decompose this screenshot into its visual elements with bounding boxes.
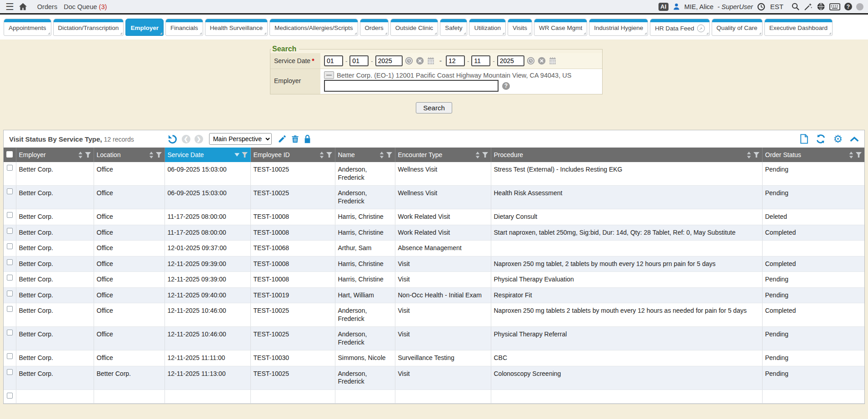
- service-date-from-year[interactable]: [375, 55, 403, 66]
- employer-selected-value[interactable]: Better Corp. (EO-1) 12001 Pacific Coast …: [337, 72, 571, 79]
- row-checkbox[interactable]: [7, 393, 13, 399]
- sort-icon[interactable]: [319, 152, 324, 158]
- row-checkbox[interactable]: [7, 330, 13, 335]
- filter-icon[interactable]: [156, 152, 162, 158]
- globe-icon[interactable]: [817, 2, 825, 11]
- edit-icon[interactable]: [278, 134, 287, 143]
- row-checkbox[interactable]: [7, 212, 13, 218]
- tab-dictation-transcription[interactable]: Dictation/Transcription: [53, 19, 124, 36]
- tab-visits[interactable]: Visits: [508, 19, 532, 36]
- sort-icon[interactable]: [849, 152, 853, 158]
- tab-utilization[interactable]: Utilization: [469, 19, 506, 36]
- tab-executive-dashboard[interactable]: Executive Dashboard: [764, 19, 833, 36]
- breadcrumb-doc-queue[interactable]: Doc Queue (3): [64, 3, 107, 10]
- tab-health-surveillance[interactable]: Health Surveillance: [205, 19, 268, 36]
- column-header-name[interactable]: Name: [335, 148, 395, 162]
- clear-icon[interactable]: [538, 57, 546, 65]
- tab-label: Visits: [513, 25, 527, 31]
- search-icon[interactable]: [791, 2, 800, 11]
- collapse-button[interactable]: —: [324, 71, 334, 79]
- filter-icon[interactable]: [326, 152, 332, 158]
- column-header-encounter-type[interactable]: Encounter Type: [395, 148, 491, 162]
- row-checkbox[interactable]: [7, 291, 13, 296]
- calendar-icon[interactable]: [549, 57, 557, 65]
- row-checkbox[interactable]: [7, 243, 13, 249]
- tab-medications-allergies-scripts[interactable]: Medications/Allergies/Scripts: [269, 19, 358, 36]
- filter-icon[interactable]: [242, 152, 248, 158]
- select-all-checkbox[interactable]: [6, 151, 13, 158]
- employer-search-input[interactable]: [324, 80, 499, 92]
- wand-icon[interactable]: [804, 2, 813, 11]
- employer-help-icon[interactable]: ?: [502, 82, 510, 90]
- column-header-procedure[interactable]: Procedure: [491, 148, 762, 162]
- tab-label: Appointments: [9, 25, 46, 31]
- filter-icon[interactable]: [386, 152, 392, 158]
- row-checkbox[interactable]: [7, 228, 13, 234]
- column-header-location[interactable]: Location: [94, 148, 165, 162]
- clock-icon[interactable]: [405, 57, 413, 65]
- settings-icon[interactable]: ⚙: [833, 134, 843, 144]
- row-checkbox[interactable]: [7, 259, 13, 265]
- help-icon[interactable]: ?: [844, 3, 852, 10]
- column-header-service-date[interactable]: Service Date: [165, 148, 250, 162]
- service-date-to-day[interactable]: [471, 55, 490, 66]
- row-checkbox[interactable]: [7, 165, 13, 171]
- cell-location: Office: [94, 256, 165, 272]
- service-date-to-month[interactable]: [446, 55, 465, 66]
- collapse-icon[interactable]: [850, 136, 859, 142]
- delete-icon[interactable]: [291, 134, 299, 143]
- row-checkbox[interactable]: [7, 353, 13, 359]
- filter-icon[interactable]: [856, 152, 862, 158]
- filter-icon[interactable]: [753, 152, 759, 158]
- row-checkbox[interactable]: [7, 369, 13, 375]
- tab-financials[interactable]: Financials: [165, 19, 203, 36]
- tab-appointments[interactable]: Appointments: [4, 19, 51, 36]
- tab-orders[interactable]: Orders: [360, 19, 389, 36]
- clear-icon[interactable]: [416, 57, 424, 65]
- tab-hr-data-feed[interactable]: HR Data Feed↗: [650, 19, 709, 36]
- ai-badge[interactable]: AI: [658, 3, 668, 11]
- menu-icon[interactable]: ☰: [5, 2, 14, 11]
- service-date-from-day[interactable]: [349, 55, 369, 66]
- filter-icon[interactable]: [482, 152, 488, 158]
- sort-desc-icon[interactable]: [234, 153, 239, 157]
- user-icon[interactable]: [673, 3, 680, 10]
- tab-outside-clinic[interactable]: Outside Clinic: [390, 19, 438, 36]
- clock-icon[interactable]: [757, 3, 765, 11]
- clock-icon[interactable]: [527, 57, 535, 65]
- tab-industrial-hygiene[interactable]: Industrial Hygiene: [589, 19, 648, 36]
- calendar-icon[interactable]: [427, 57, 435, 65]
- sort-icon[interactable]: [149, 152, 154, 158]
- service-date-from-month[interactable]: [324, 55, 343, 66]
- sort-icon[interactable]: [747, 152, 751, 158]
- service-date-to-year[interactable]: [497, 55, 524, 66]
- perspective-select[interactable]: Main Perspective: [209, 133, 272, 145]
- sort-icon[interactable]: [379, 152, 384, 158]
- lock-icon[interactable]: [304, 134, 311, 143]
- column-header-order-status[interactable]: Order Status: [762, 148, 864, 162]
- breadcrumb-orders[interactable]: Orders: [37, 3, 57, 10]
- next-icon[interactable]: ❯: [195, 135, 203, 143]
- cell-name: Anderson, Frederick: [335, 366, 395, 389]
- refresh-icon[interactable]: [816, 134, 826, 144]
- filter-icon[interactable]: [85, 152, 91, 158]
- row-checkbox[interactable]: [7, 188, 13, 194]
- home-icon[interactable]: [19, 3, 27, 10]
- column-header-employee-id[interactable]: Employee ID: [250, 148, 335, 162]
- sort-icon[interactable]: [475, 152, 480, 158]
- new-document-icon[interactable]: [800, 134, 808, 144]
- tab-quality-of-care[interactable]: Quality of Care: [712, 19, 763, 36]
- tab-employer[interactable]: Employer: [125, 19, 164, 36]
- tab-wr-case-mgmt[interactable]: WR Case Mgmt: [534, 19, 587, 36]
- row-checkbox[interactable]: [7, 275, 13, 281]
- user-name[interactable]: MIE, Alice: [684, 3, 713, 10]
- sort-icon[interactable]: [78, 152, 83, 158]
- column-header-employer[interactable]: Employer: [16, 148, 94, 162]
- search-button[interactable]: Search: [416, 102, 452, 113]
- prev-icon[interactable]: ❮: [182, 135, 190, 143]
- tab-safety[interactable]: Safety: [440, 19, 467, 36]
- undo-icon[interactable]: [167, 134, 178, 144]
- row-checkbox[interactable]: [7, 306, 13, 312]
- keyboard-icon[interactable]: [829, 3, 840, 10]
- tab-cap: [4, 19, 51, 22]
